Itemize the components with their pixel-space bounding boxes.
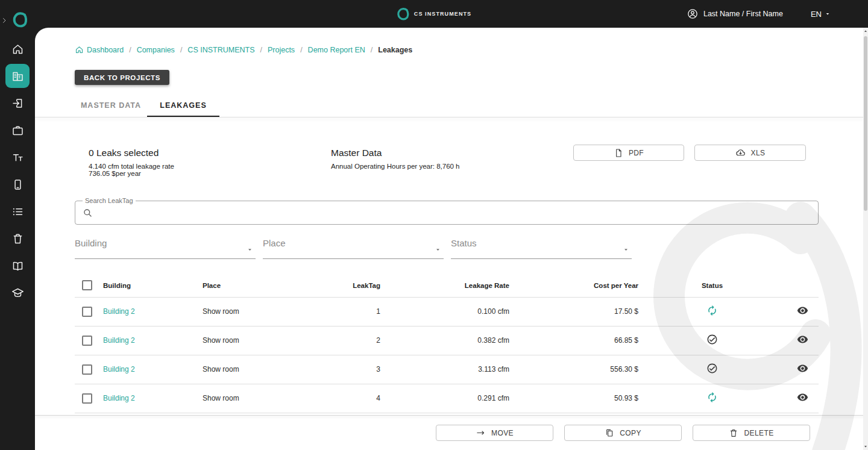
cell-cost: 556.30 $	[509, 355, 638, 384]
sidebar-item-academy[interactable]	[0, 280, 35, 307]
sidebar-item-projects[interactable]	[0, 117, 35, 144]
breadcrumb-link-companies[interactable]: Companies	[137, 46, 175, 54]
breadcrumb-link-cs-instruments[interactable]: CS INSTRUMENTS	[187, 46, 254, 54]
sidebar-item-reports[interactable]	[0, 252, 35, 280]
filter-building-select[interactable]: Building	[75, 235, 256, 259]
select-all-checkbox[interactable]	[82, 280, 92, 290]
sidebar-item-text-fields[interactable]	[0, 144, 35, 171]
breadcrumb-link-dashboard[interactable]: Dashboard	[75, 45, 124, 54]
trash-icon	[11, 233, 24, 245]
eye-icon	[797, 305, 808, 316]
home-icon	[11, 43, 24, 55]
export-xls-button[interactable]: XLS	[694, 145, 806, 161]
chevron-down-icon	[435, 246, 441, 253]
move-button[interactable]: MOVE	[436, 425, 553, 441]
cell-place: Show room	[201, 297, 337, 326]
move-label: MOVE	[491, 429, 514, 437]
copy-label: COPY	[620, 429, 641, 437]
chevron-down-icon	[825, 11, 831, 17]
export-pdf-button[interactable]: PDF	[573, 145, 684, 161]
column-header-cost: Cost per Year	[509, 274, 638, 297]
cell-rate: 3.113 cfm	[380, 355, 509, 384]
search-icon	[82, 207, 93, 219]
filter-place-label: Place	[263, 235, 444, 248]
sidebar	[0, 0, 35, 450]
breadcrumb-separator: /	[260, 46, 262, 54]
user-name: Last Name / First Name	[703, 10, 783, 18]
chevron-right-icon	[1, 16, 8, 25]
user-menu[interactable]: Last Name / First Name	[687, 8, 783, 20]
cell-place: Show room	[201, 355, 337, 384]
sidebar-expand-button[interactable]	[1, 16, 8, 25]
view-leak-button[interactable]	[797, 334, 808, 345]
status-badge	[706, 310, 718, 318]
cell-cost: 17.50 $	[509, 297, 638, 326]
search-leaktag-input[interactable]	[99, 201, 811, 224]
column-header-place: Place	[201, 274, 337, 297]
copy-button[interactable]: COPY	[564, 425, 682, 441]
check-circle-status-icon	[706, 334, 718, 345]
user-icon	[687, 8, 699, 20]
sidebar-item-devices[interactable]	[0, 171, 35, 198]
selected-leaks-count: 0 Leaks selected	[89, 148, 174, 158]
table-row: Building 2 Show room 2 0.382 cfm 66.85 $	[75, 326, 819, 355]
filter-place-select[interactable]: Place	[263, 235, 444, 259]
panel-bottom-divider	[35, 415, 868, 416]
view-leak-button[interactable]	[797, 392, 808, 403]
sidebar-item-trash[interactable]	[0, 225, 35, 252]
sidebar-item-companies[interactable]	[0, 63, 35, 90]
search-field: Search LeakTag	[75, 201, 819, 225]
brand-name: CS INSTRUMENTS	[414, 11, 471, 17]
sidebar-item-list[interactable]	[0, 198, 35, 225]
breadcrumb: Dashboard / Companies / CS INSTRUMENTS /…	[75, 45, 412, 54]
cell-building: Building 2	[99, 384, 201, 413]
main-content: Dashboard / Companies / CS INSTRUMENTS /…	[35, 28, 868, 450]
language-selector[interactable]: EN	[811, 10, 831, 19]
tab-divider	[35, 117, 868, 117]
cell-rate: 0.100 cfm	[380, 297, 509, 326]
view-leak-button[interactable]	[797, 305, 808, 316]
brand-logo: CS INSTRUMENTS	[397, 7, 471, 20]
scrollbar-thumb[interactable]	[864, 36, 867, 211]
row-checkbox[interactable]	[82, 307, 92, 317]
tab-master-data[interactable]: MASTER DATA	[75, 94, 147, 117]
school-icon	[11, 287, 24, 299]
home-icon	[75, 45, 84, 54]
filter-building-label: Building	[75, 235, 256, 248]
language-label: EN	[811, 10, 822, 19]
breadcrumb-separator: /	[180, 46, 182, 54]
sidebar-item-home[interactable]	[0, 36, 35, 63]
cell-building: Building 2	[99, 297, 201, 326]
cell-rate: 0.291 cfm	[380, 384, 509, 413]
table-row: Building 2 Show room 4 0.291 cfm 50.93 $	[75, 384, 819, 413]
total-cost-per-year: 736.05 $per year	[89, 170, 174, 177]
chevron-down-icon	[247, 246, 253, 253]
row-checkbox[interactable]	[82, 336, 92, 346]
row-checkbox[interactable]	[82, 393, 92, 404]
leakages-table: Building Place LeakTag Leakage Rate Cost…	[75, 274, 819, 413]
topbar: CS INSTRUMENTS Last Name / First Name EN	[0, 0, 868, 28]
leaks-summary: 0 Leaks selected 4.140 cfm total leakage…	[89, 148, 174, 177]
scroll-down-arrow[interactable]	[863, 443, 868, 449]
vertical-scrollbar	[863, 28, 868, 450]
column-header-building: Building	[99, 274, 201, 297]
breadcrumb-separator: /	[300, 46, 302, 54]
filter-status-select[interactable]: Status	[451, 235, 632, 259]
breadcrumb-link-demo-report[interactable]: Demo Report EN	[308, 46, 365, 54]
scroll-up-arrow[interactable]	[863, 28, 868, 34]
tab-leakages[interactable]: LEAKAGES	[147, 94, 219, 117]
column-header-status: Status	[638, 274, 786, 297]
back-to-projects-button[interactable]: BACK TO PROJECTS	[75, 70, 169, 85]
status-badge	[706, 367, 718, 376]
filter-status-label: Status	[451, 235, 632, 248]
view-leak-button[interactable]	[797, 363, 808, 374]
table-row: Building 2 Show room 1 0.100 cfm 17.50 $	[75, 297, 819, 326]
row-checkbox[interactable]	[82, 364, 92, 375]
delete-button[interactable]: DELETE	[693, 425, 810, 441]
annual-operating-hours: Annual Operating Hours per year: 8,760 h	[331, 163, 460, 170]
table-header-row: Building Place LeakTag Leakage Rate Cost…	[75, 274, 819, 297]
breadcrumb-link-projects[interactable]: Projects	[268, 46, 295, 54]
sidebar-item-login[interactable]	[0, 90, 35, 117]
status-badge	[706, 339, 718, 347]
text-fields-icon	[11, 151, 24, 164]
